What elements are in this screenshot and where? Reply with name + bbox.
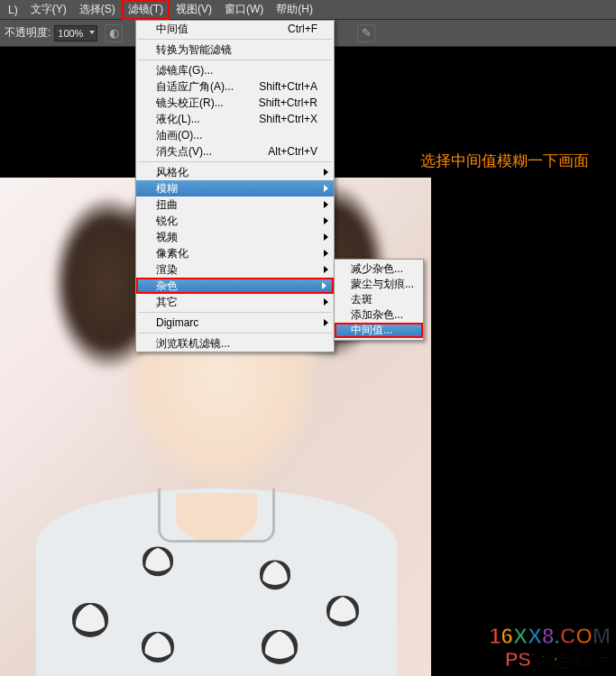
- menu-item-liquify[interactable]: 液化(L)...Shift+Ctrl+X: [136, 111, 334, 127]
- chevron-right-icon: [324, 185, 328, 192]
- chevron-right-icon: [324, 250, 328, 257]
- chevron-right-icon: [322, 282, 326, 289]
- chevron-right-icon: [324, 298, 328, 306]
- watermark-url: 16XX8.COM: [489, 625, 611, 648]
- separator: [138, 39, 332, 40]
- menu-item-video[interactable]: 视频: [136, 229, 334, 245]
- submenu-despeckle[interactable]: 去斑: [335, 292, 423, 307]
- submenu-reduce-noise[interactable]: 减少杂色...: [335, 261, 423, 277]
- separator: [138, 333, 332, 333]
- menu-item-lens-correction[interactable]: 镜头校正(R)...Shift+Ctrl+R: [136, 95, 334, 111]
- menu-item-filter-gallery[interactable]: 滤镜库(G)...: [136, 62, 334, 78]
- menu-item-vanishing-point[interactable]: 消失点(V)...Alt+Ctrl+V: [136, 143, 334, 160]
- chevron-down-icon[interactable]: [89, 31, 95, 34]
- menu-layer[interactable]: L): [2, 1, 24, 19]
- menu-filter[interactable]: 滤镜(T): [122, 0, 170, 20]
- menu-type[interactable]: 文字(Y): [24, 0, 73, 20]
- menu-item-last-filter[interactable]: 中间值Ctrl+F: [136, 21, 334, 37]
- menu-item-digimarc[interactable]: Digimarc: [136, 315, 334, 331]
- menu-item-render[interactable]: 渲染: [136, 261, 334, 278]
- menubar: L) 文字(Y) 选择(S) 滤镜(T) 视图(V) 窗口(W) 帮助(H): [0, 0, 616, 20]
- menu-item-noise[interactable]: 杂色: [136, 278, 334, 294]
- menu-item-smart-filter[interactable]: 转换为智能滤镜: [136, 41, 334, 58]
- submenu-dust-scratches[interactable]: 蒙尘与划痕...: [335, 277, 423, 292]
- flow-icon[interactable]: ◐: [105, 24, 123, 42]
- submenu-add-noise[interactable]: 添加杂色...: [335, 307, 423, 323]
- chevron-right-icon: [324, 169, 328, 176]
- chevron-right-icon: [324, 217, 328, 224]
- chevron-right-icon: [324, 266, 328, 273]
- menu-select[interactable]: 选择(S): [73, 0, 122, 20]
- separator: [138, 161, 332, 162]
- chevron-right-icon: [324, 319, 328, 326]
- chevron-right-icon: [324, 201, 328, 208]
- menu-item-stylize[interactable]: 风格化: [136, 164, 334, 180]
- menu-view[interactable]: 视图(V): [170, 0, 218, 20]
- menu-item-browse-online[interactable]: 浏览联机滤镜...: [136, 335, 334, 352]
- menu-item-blur[interactable]: 模糊: [136, 180, 334, 196]
- watermark-title: PS教程论坛: [489, 649, 611, 671]
- menu-item-adaptive-wide[interactable]: 自适应广角(A)...Shift+Ctrl+A: [136, 78, 334, 95]
- opacity-label: 不透明度:: [5, 25, 51, 41]
- annotation-text: 选择中间值模糊一下画面: [420, 151, 589, 171]
- menu-help[interactable]: 帮助(H): [270, 0, 319, 20]
- separator: [138, 59, 332, 60]
- shirt-area: [36, 489, 397, 676]
- chevron-right-icon: [324, 233, 328, 241]
- separator: [138, 312, 332, 313]
- submenu-median[interactable]: 中间值...: [335, 323, 423, 338]
- filter-menu-dropdown: 中间值Ctrl+F 转换为智能滤镜 滤镜库(G)... 自适应广角(A)...S…: [135, 20, 335, 352]
- noise-submenu: 减少杂色... 蒙尘与划痕... 去斑 添加杂色... 中间值...: [334, 259, 424, 341]
- menu-item-distort[interactable]: 扭曲: [136, 196, 334, 213]
- watermark: 16XX8.COM PS教程论坛: [489, 625, 611, 671]
- airbrush-icon[interactable]: ✎: [357, 24, 375, 42]
- menu-item-oil-paint[interactable]: 油画(O)...: [136, 127, 334, 143]
- menu-item-sharpen[interactable]: 锐化: [136, 213, 334, 229]
- menu-item-other[interactable]: 其它: [136, 294, 334, 310]
- menu-item-pixelate[interactable]: 像素化: [136, 245, 334, 261]
- menu-window[interactable]: 窗口(W): [218, 0, 270, 20]
